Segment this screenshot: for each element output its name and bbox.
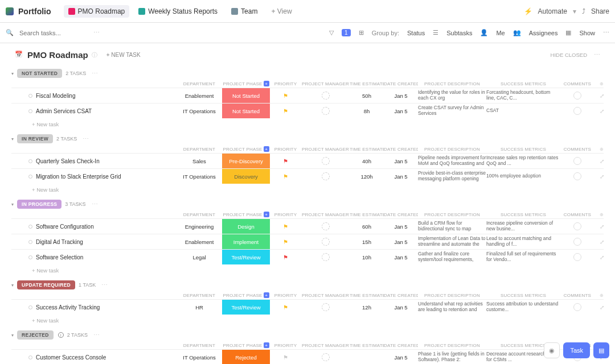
record-button[interactable]: ◉ xyxy=(544,342,560,358)
more-icon[interactable]: ⋯ xyxy=(594,51,600,59)
col-department[interactable]: DEPARTMENT xyxy=(177,147,222,152)
filter-icon[interactable]: ▽ xyxy=(329,29,334,36)
col-phase[interactable]: PROJECT PHASE + xyxy=(222,146,270,152)
hide-closed-toggle[interactable]: HIDE CLOSED xyxy=(551,52,587,58)
col-metrics[interactable]: SUCCESS METRICS xyxy=(486,147,560,152)
date-cell[interactable]: Jan 5 xyxy=(384,93,418,99)
col-estimate[interactable]: TIME ESTIMATE xyxy=(350,293,384,298)
new-task-inline-button[interactable]: + New task xyxy=(11,118,604,129)
department-cell[interactable]: Engineering xyxy=(177,224,222,230)
department-cell[interactable]: Enablement xyxy=(177,239,222,245)
col-estimate[interactable]: TIME ESTIMATE xyxy=(350,212,384,217)
col-phase[interactable]: PROJECT PHASE + xyxy=(222,342,270,348)
col-priority[interactable]: PRIORITY xyxy=(270,212,301,217)
more-icon[interactable]: ⋯ xyxy=(92,201,98,208)
plus-icon[interactable]: + xyxy=(264,292,269,298)
more-icon[interactable]: ⋯ xyxy=(93,332,100,339)
me-filter[interactable]: Me xyxy=(496,30,505,36)
col-phase[interactable]: PROJECT PHASE + xyxy=(222,292,270,298)
status-dot-icon[interactable] xyxy=(28,305,32,309)
phase-cell[interactable]: Test/Review xyxy=(222,250,270,264)
col-phase[interactable]: PROJECT PHASE + xyxy=(222,81,270,86)
col-comments[interactable]: COMMENTS xyxy=(560,293,594,298)
new-task-fab[interactable]: Task xyxy=(563,342,590,358)
col-estimate[interactable]: TIME ESTIMATE xyxy=(350,81,384,86)
status-chip[interactable]: IN PROGRESS xyxy=(17,200,62,209)
new-task-inline-button[interactable]: + New task xyxy=(11,315,604,325)
date-cell[interactable]: Jan 5 xyxy=(384,304,418,311)
phase-cell[interactable]: Design xyxy=(222,219,270,234)
status-chip[interactable]: NOT STARTED xyxy=(17,69,62,78)
status-chip[interactable]: IN REVIEW xyxy=(17,134,53,143)
col-comments[interactable]: COMMENTS xyxy=(560,81,594,86)
add-view-button[interactable]: + View xyxy=(266,5,296,18)
comments-cell[interactable] xyxy=(560,238,594,246)
department-cell[interactable]: Sales xyxy=(177,158,222,164)
group-header[interactable]: ▾ UPDATE REQUIRED1 TASK ⋯ xyxy=(11,279,604,291)
group-header[interactable]: ▾ REJECTEDi2 TASKS ⋯ xyxy=(11,329,604,341)
task-row[interactable]: Software Selection Legal Test/Review ⚑ 1… xyxy=(11,249,604,264)
col-manager[interactable]: PROJECT MANAGER xyxy=(301,212,350,217)
plus-icon[interactable]: + xyxy=(264,212,269,217)
tab-team[interactable]: Team xyxy=(227,5,262,18)
priority-cell[interactable]: ⚑ xyxy=(270,158,301,164)
manager-cell[interactable] xyxy=(301,107,350,115)
description-cell[interactable]: Pipeline needs improvement for MoM and Q… xyxy=(418,155,486,167)
department-cell[interactable]: Legal xyxy=(177,254,222,260)
share-button[interactable]: Share xyxy=(591,7,609,15)
col-department[interactable]: DEPARTMENT xyxy=(177,343,222,348)
manager-cell[interactable] xyxy=(301,253,350,261)
col-comments[interactable]: COMMENTS xyxy=(560,147,594,152)
comments-cell[interactable] xyxy=(560,172,594,180)
priority-cell[interactable]: ⚑ xyxy=(270,239,301,245)
col-priority[interactable]: PRIORITY xyxy=(270,293,301,298)
manager-cell[interactable] xyxy=(301,172,350,180)
estimate-cell[interactable]: 10h xyxy=(350,254,384,260)
group-header[interactable]: ▾ IN PROGRESS3 TASKS ⋯ xyxy=(11,198,604,210)
manager-cell[interactable] xyxy=(301,238,350,246)
plus-icon[interactable]: + xyxy=(264,146,269,152)
manager-cell[interactable] xyxy=(301,157,350,165)
tab-weekly-status[interactable]: Weekly Status Reports xyxy=(134,5,222,18)
priority-cell[interactable]: ⚑ xyxy=(270,254,301,260)
status-chip[interactable]: UPDATE REQUIRED xyxy=(17,280,75,289)
expand-icon[interactable]: ⤢ xyxy=(594,239,609,245)
task-row[interactable]: Quarterly Sales Check-In Sales Pre-Disco… xyxy=(11,153,604,168)
description-cell[interactable]: Provide best-in-class enterprise messagi… xyxy=(418,171,486,182)
collapse-icon[interactable]: ▾ xyxy=(11,136,14,142)
description-cell[interactable]: Create CSAT survey for Admin Services xyxy=(418,105,486,117)
department-cell[interactable]: Enablement xyxy=(177,93,222,99)
date-cell[interactable]: Jan 5 xyxy=(384,224,418,230)
more-icon[interactable]: ⋯ xyxy=(93,29,100,36)
description-cell[interactable]: Build a CRM flow for bidirectional sync … xyxy=(418,221,486,232)
phase-cell[interactable]: Test/Review xyxy=(222,300,270,315)
chevron-down-icon[interactable]: ▾ xyxy=(573,7,576,15)
add-column-icon[interactable]: ⊕ xyxy=(594,81,609,86)
comments-cell[interactable] xyxy=(560,107,594,115)
col-comments[interactable]: COMMENTS xyxy=(560,212,594,217)
comments-cell[interactable] xyxy=(560,92,594,100)
status-dot-icon[interactable] xyxy=(28,109,32,113)
col-date[interactable]: DATE CREATED xyxy=(384,293,418,298)
col-description[interactable]: PROJECT DESCRIPTION xyxy=(418,212,486,217)
col-estimate[interactable]: TIME ESTIMATE xyxy=(350,147,384,152)
estimate-cell[interactable]: 60h xyxy=(350,224,384,230)
metrics-cell[interactable]: Forcasting headcount, bottom line, CAC, … xyxy=(486,90,560,101)
date-cell[interactable]: Jan 5 xyxy=(384,158,418,164)
more-icon[interactable]: ⋯ xyxy=(101,282,108,289)
status-chip[interactable]: REJECTED xyxy=(17,330,54,340)
new-task-inline-button[interactable]: + New task xyxy=(11,264,604,275)
task-row[interactable]: Digital Ad Tracking Enablement Implement… xyxy=(11,234,604,249)
expand-icon[interactable]: ⤢ xyxy=(594,173,609,180)
description-cell[interactable]: Implementation of Lean Data to streamlin… xyxy=(418,236,486,247)
col-department[interactable]: DEPARTMENT xyxy=(177,293,222,298)
group-header[interactable]: ▾ IN REVIEW2 TASKS ⋯ xyxy=(11,133,604,144)
comments-cell[interactable] xyxy=(560,157,594,165)
col-phase[interactable]: PROJECT PHASE + xyxy=(222,212,270,217)
comments-cell[interactable] xyxy=(560,222,594,230)
phase-cell[interactable]: Rejected xyxy=(222,350,270,364)
estimate-cell[interactable]: 120h xyxy=(350,173,384,180)
department-cell[interactable]: IT Operations xyxy=(177,173,222,180)
priority-cell[interactable]: ⚑ xyxy=(270,304,301,311)
subtasks-toggle[interactable]: Subtasks xyxy=(446,30,472,36)
